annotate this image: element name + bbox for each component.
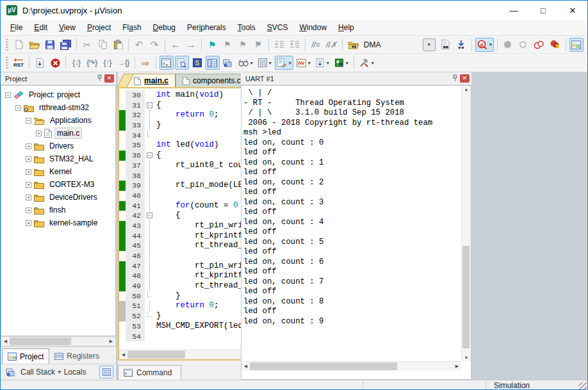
tree-item-finsh[interactable]: +finsh (1, 204, 115, 216)
paste-button[interactable] (111, 38, 125, 52)
show-next-statement-button[interactable]: ⇒ (138, 56, 152, 70)
menu-peripherals[interactable]: Peripherals (181, 21, 232, 34)
comment-selection-button[interactable]: //≡ (309, 38, 323, 52)
run-to-cursor-button[interactable]: →{} (115, 56, 131, 70)
scroll-left-icon[interactable]: ◀ (1, 339, 10, 344)
tree-item-kernel[interactable]: +Kernel (1, 165, 115, 178)
serial-windows-button[interactable]: ▾ (275, 56, 293, 70)
tree-item-cortex-m3[interactable]: +CORTEX-M3 (1, 178, 115, 191)
toggle-bookmark-button[interactable]: ⚑ (205, 38, 219, 52)
tree-item-rtthread-stm32[interactable]: −rtthread-stm32 (1, 101, 115, 114)
stop-button[interactable] (48, 56, 62, 70)
uart-vscrollbar[interactable]: ▲ ▼ (461, 86, 471, 361)
save-button[interactable] (43, 38, 57, 52)
scroll-thumb[interactable] (462, 246, 470, 348)
step-over-button[interactable]: {↷} (85, 56, 99, 70)
expand-icon[interactable]: + (26, 182, 31, 188)
toolbar-grip[interactable] (6, 57, 8, 69)
step-out-button[interactable]: {↑} (100, 56, 114, 70)
tree-item-project-project[interactable]: −Project: project (1, 88, 115, 101)
project-panel-close-icon[interactable]: ✕ (104, 74, 114, 83)
system-viewer-button[interactable]: ▾ (314, 56, 331, 70)
tree-item-kernel-sample[interactable]: +kernel-sample (1, 216, 115, 229)
tree-item-main-c[interactable]: +main.c (1, 127, 115, 140)
search-combo[interactable]: DMA▾ (364, 38, 436, 51)
next-bookmark-button[interactable]: ⚑ (236, 38, 250, 52)
run-button[interactable] (33, 56, 47, 70)
incremental-find-button[interactable] (454, 38, 468, 52)
project-tree[interactable]: −Project: project−rtthread-stm32−Applica… (1, 85, 116, 336)
step-button[interactable]: {↓} (69, 56, 83, 70)
reset-cpu-button[interactable]: ⟵RST (12, 56, 26, 70)
navigate-forward-button[interactable]: → (184, 38, 198, 52)
uart-hscrollbar[interactable]: ◀ ▶ (241, 361, 461, 371)
memory-keypad-button[interactable] (99, 366, 113, 378)
peripheral-dialog-button[interactable]: ▾ (332, 56, 350, 70)
scroll-left-icon[interactable]: ◀ (241, 364, 250, 369)
expand-icon[interactable]: + (36, 131, 42, 136)
collapse-icon[interactable]: − (26, 118, 31, 124)
tab-project[interactable]: Project (2, 348, 49, 364)
registers-window-button[interactable] (206, 56, 220, 70)
scroll-down-icon[interactable]: ▼ (462, 355, 471, 360)
enable-disable-breakpoint-button[interactable] (516, 38, 530, 52)
logic-analyzer-button[interactable]: ▾ (295, 56, 313, 70)
menu-tools[interactable]: Tools (232, 21, 261, 34)
find-in-files-button[interactable] (346, 38, 361, 52)
scroll-thumb[interactable] (127, 351, 185, 359)
insert-remove-breakpoint-button[interactable] (501, 38, 515, 52)
save-all-button[interactable] (58, 38, 73, 52)
expand-icon[interactable]: + (26, 195, 31, 200)
tab-registers[interactable]: Registers (49, 348, 104, 364)
menu-view[interactable]: View (53, 21, 81, 34)
collapse-icon[interactable]: − (5, 92, 11, 98)
collapse-icon[interactable]: − (15, 105, 21, 111)
indent-button[interactable] (272, 38, 286, 52)
scroll-up-icon[interactable]: ▲ (462, 87, 471, 92)
uncomment-selection-button[interactable]: //✗ (324, 38, 339, 52)
undo-button[interactable]: ↶ (132, 38, 146, 52)
memory-window-button[interactable]: ▾ (256, 56, 274, 70)
previous-bookmark-button[interactable]: ⚑ (220, 38, 234, 52)
kill-all-breakpoints-button[interactable] (548, 38, 562, 52)
scroll-thumb[interactable] (250, 362, 397, 370)
navigate-back-button[interactable]: ← (168, 38, 183, 52)
expand-icon[interactable]: + (26, 169, 31, 175)
new-file-button[interactable] (12, 38, 26, 52)
tree-item-applications[interactable]: −Applications (1, 114, 115, 127)
clear-all-bookmarks-button[interactable]: ⚑̸ (251, 38, 265, 52)
scroll-right-icon[interactable]: ▶ (453, 364, 461, 369)
command-window-button[interactable] (159, 56, 174, 70)
cut-button[interactable]: ✂ (80, 38, 94, 52)
call-stack-bar[interactable]: Call Stack + Locals (1, 364, 116, 380)
lookup-button[interactable]: d▾ (475, 38, 494, 52)
disable-all-breakpoints-button[interactable] (532, 38, 546, 52)
expand-icon[interactable]: + (26, 207, 31, 213)
open-file-button[interactable] (27, 38, 42, 52)
symbol-window-button[interactable]: S (190, 56, 204, 70)
fold-gutter[interactable]: − (145, 150, 154, 161)
pin-icon[interactable] (452, 74, 458, 83)
menu-flash[interactable]: Flash (117, 21, 147, 34)
maximize-button[interactable]: □ (528, 1, 558, 20)
tree-item-devicedrivers[interactable]: +DeviceDrivers (1, 191, 115, 204)
find-in-files-dialog-button[interactable] (439, 38, 453, 52)
watch-window-button[interactable]: ▾ (236, 56, 255, 70)
fold-gutter[interactable]: − (145, 101, 154, 111)
menu-edit[interactable]: Edit (28, 21, 53, 34)
fold-gutter[interactable]: − (145, 211, 154, 221)
project-window-toggle-button[interactable] (569, 38, 584, 52)
expand-icon[interactable]: + (26, 156, 31, 162)
disassembly-window-button[interactable] (175, 56, 189, 70)
tab-command[interactable]: Command (118, 365, 181, 380)
pin-icon[interactable] (97, 74, 102, 83)
menu-svcs[interactable]: SVCS (261, 21, 294, 34)
uart-panel-close-icon[interactable]: ✕ (460, 74, 470, 83)
scroll-right-icon[interactable]: ▶ (107, 339, 115, 344)
menu-file[interactable]: File (4, 21, 28, 34)
expand-icon[interactable]: + (26, 143, 31, 149)
uart-output[interactable]: \ | /- RT - Thread Operating System / | … (241, 85, 471, 380)
close-button[interactable]: ✕ (558, 1, 587, 20)
resize-grip[interactable] (578, 382, 587, 390)
search-combo-dropdown-icon[interactable]: ▾ (423, 38, 436, 51)
